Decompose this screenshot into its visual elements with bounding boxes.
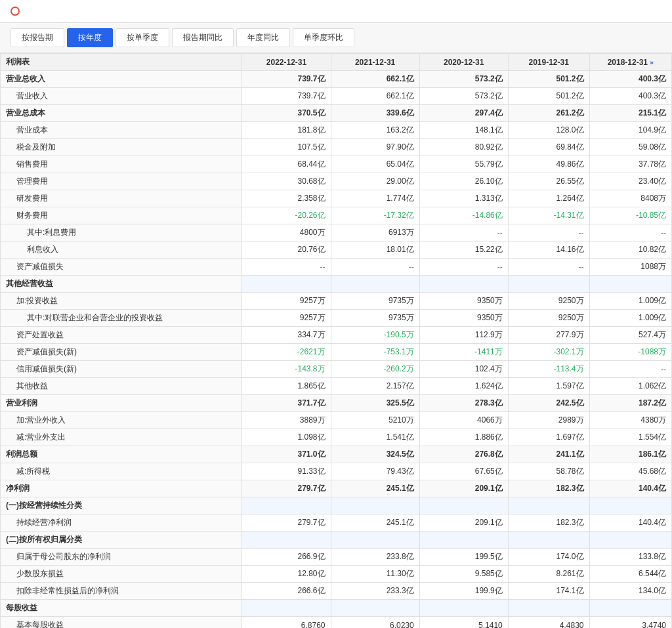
row-value-17-1: -260.2万 bbox=[331, 361, 419, 378]
row-value-0-2: 573.2亿 bbox=[419, 71, 508, 88]
row-value-11-2: -- bbox=[419, 259, 508, 276]
row-value-15-2: 112.9万 bbox=[419, 327, 508, 344]
table-row: 研发费用2.358亿1.774亿1.313亿1.264亿8408万 bbox=[1, 190, 672, 207]
table-row: 营业利润371.7亿325.5亿278.3亿242.5亿187.2亿 bbox=[1, 395, 672, 412]
row-value-19-4: 187.2亿 bbox=[589, 395, 671, 412]
table-row: 利息收入20.76亿18.01亿15.22亿14.16亿10.82亿 bbox=[1, 241, 672, 259]
row-value-27-4 bbox=[589, 532, 671, 549]
row-value-19-2: 278.3亿 bbox=[419, 395, 508, 412]
tab-5[interactable]: 单季度环比 bbox=[293, 28, 354, 47]
row-label-8: 财务费用 bbox=[1, 207, 242, 224]
row-value-29-3: 8.261亿 bbox=[508, 566, 589, 583]
row-value-21-0: 1.098亿 bbox=[242, 429, 331, 446]
row-value-29-1: 11.30亿 bbox=[331, 566, 419, 583]
profit-table: 利润表2022-12-312021-12-312020-12-312019-12… bbox=[0, 53, 672, 628]
row-value-9-2: -- bbox=[419, 224, 508, 241]
row-label-10: 利息收入 bbox=[1, 241, 242, 259]
row-value-9-1: 6913万 bbox=[331, 224, 419, 241]
row-value-18-3: 1.597亿 bbox=[508, 378, 589, 395]
row-value-20-0: 3889万 bbox=[242, 412, 331, 429]
row-label-26: 持续经营净利润 bbox=[1, 514, 242, 532]
row-value-25-4 bbox=[589, 497, 671, 514]
row-label-0: 营业总收入 bbox=[1, 71, 242, 88]
row-value-23-3: 58.78亿 bbox=[508, 463, 589, 480]
table-row: (二)按所有权归属分类 bbox=[1, 532, 672, 549]
row-value-9-3: -- bbox=[508, 224, 589, 241]
row-value-27-3 bbox=[508, 532, 589, 549]
row-value-3-0: 181.8亿 bbox=[242, 122, 331, 139]
row-value-20-4: 4380万 bbox=[589, 412, 671, 429]
row-value-7-4: 8408万 bbox=[589, 190, 671, 207]
row-value-13-4: 1.009亿 bbox=[589, 293, 671, 310]
table-container: 利润表2022-12-312021-12-312020-12-312019-12… bbox=[0, 53, 672, 628]
row-value-6-0: 30.68亿 bbox=[242, 173, 331, 190]
row-value-32-1: 6.0230 bbox=[331, 617, 419, 629]
table-row: 营业总收入739.7亿662.1亿573.2亿501.2亿400.3亿 bbox=[1, 71, 672, 88]
tab-2[interactable]: 按单季度 bbox=[116, 28, 169, 47]
col-header-4: 2019-12-31 bbox=[508, 54, 589, 71]
table-row: 利润总额371.0亿324.5亿276.8亿241.1亿186.1亿 bbox=[1, 446, 672, 463]
row-value-25-0 bbox=[242, 497, 331, 514]
tab-3[interactable]: 报告期同比 bbox=[172, 28, 234, 47]
row-value-2-2: 297.4亿 bbox=[419, 105, 508, 122]
row-value-26-3: 182.3亿 bbox=[508, 514, 589, 532]
row-value-30-4: 134.0亿 bbox=[589, 583, 671, 600]
row-value-10-3: 14.16亿 bbox=[508, 241, 589, 259]
row-value-13-1: 9735万 bbox=[331, 293, 419, 310]
table-row: 加:营业外收入3889万5210万4066万2989万4380万 bbox=[1, 412, 672, 429]
row-label-17: 信用减值损失(新) bbox=[1, 361, 242, 378]
row-value-5-2: 55.79亿 bbox=[419, 156, 508, 173]
row-label-23: 减:所得税 bbox=[1, 463, 242, 480]
row-label-15: 资产处置收益 bbox=[1, 327, 242, 344]
row-value-24-0: 279.7亿 bbox=[242, 480, 331, 497]
row-label-1: 营业收入 bbox=[1, 88, 242, 105]
row-value-31-1 bbox=[331, 600, 419, 617]
row-value-32-3: 4.4830 bbox=[508, 617, 589, 629]
row-value-1-0: 739.7亿 bbox=[242, 88, 331, 105]
row-value-6-2: 26.10亿 bbox=[419, 173, 508, 190]
row-value-5-0: 68.44亿 bbox=[242, 156, 331, 173]
row-value-23-2: 67.65亿 bbox=[419, 463, 508, 480]
row-value-24-2: 209.1亿 bbox=[419, 480, 508, 497]
table-row: 资产减值损失--------1088万 bbox=[1, 259, 672, 276]
table-row: 减:营业外支出1.098亿1.541亿1.886亿1.697亿1.554亿 bbox=[1, 429, 672, 446]
row-value-11-1: -- bbox=[331, 259, 419, 276]
row-label-32: 基本每股收益 bbox=[1, 617, 242, 629]
table-row: 销售费用68.44亿65.04亿55.79亿49.86亿37.78亿 bbox=[1, 156, 672, 173]
table-row: 其中:对联营企业和合营企业的投资收益9257万9735万9350万9250万1.… bbox=[1, 310, 672, 327]
row-value-8-1: -17.32亿 bbox=[331, 207, 419, 224]
row-value-16-0: -2621万 bbox=[242, 344, 331, 361]
row-value-22-0: 371.0亿 bbox=[242, 446, 331, 463]
row-value-16-4: -1088万 bbox=[589, 344, 671, 361]
tab-1[interactable]: 按年度 bbox=[67, 28, 113, 47]
row-value-11-0: -- bbox=[242, 259, 331, 276]
row-value-28-2: 199.5亿 bbox=[419, 549, 508, 566]
tab-0[interactable]: 按报告期 bbox=[10, 28, 64, 47]
row-value-28-0: 266.9亿 bbox=[242, 549, 331, 566]
table-row: 每股收益 bbox=[1, 600, 672, 617]
table-row: 管理费用30.68亿29.00亿26.10亿26.55亿23.40亿 bbox=[1, 173, 672, 190]
row-value-6-4: 23.40亿 bbox=[589, 173, 671, 190]
row-value-15-0: 334.7万 bbox=[242, 327, 331, 344]
row-label-16: 资产减值损失(新) bbox=[1, 344, 242, 361]
row-value-23-1: 79.43亿 bbox=[331, 463, 419, 480]
table-body: 营业总收入739.7亿662.1亿573.2亿501.2亿400.3亿营业收入7… bbox=[1, 71, 672, 629]
table-row: 营业成本181.8亿163.2亿148.1亿128.0亿104.9亿 bbox=[1, 122, 672, 139]
row-value-22-3: 241.1亿 bbox=[508, 446, 589, 463]
row-label-14: 其中:对联营企业和合营企业的投资收益 bbox=[1, 310, 242, 327]
row-value-27-2 bbox=[419, 532, 508, 549]
row-value-24-1: 245.1亿 bbox=[331, 480, 419, 497]
table-header-row: 利润表2022-12-312021-12-312020-12-312019-12… bbox=[1, 54, 672, 71]
tab-4[interactable]: 年度同比 bbox=[236, 28, 290, 47]
row-label-13: 加:投资收益 bbox=[1, 293, 242, 310]
row-label-28: 归属于母公司股东的净利润 bbox=[1, 549, 242, 566]
row-value-24-4: 140.4亿 bbox=[589, 480, 671, 497]
row-label-31: 每股收益 bbox=[1, 600, 242, 617]
row-value-18-4: 1.062亿 bbox=[589, 378, 671, 395]
row-value-3-3: 128.0亿 bbox=[508, 122, 589, 139]
row-label-12: 其他经营收益 bbox=[1, 276, 242, 293]
row-value-0-4: 400.3亿 bbox=[589, 71, 671, 88]
row-value-8-0: -20.26亿 bbox=[242, 207, 331, 224]
row-value-10-1: 18.01亿 bbox=[331, 241, 419, 259]
table-row: 其他收益1.865亿2.157亿1.624亿1.597亿1.062亿 bbox=[1, 378, 672, 395]
